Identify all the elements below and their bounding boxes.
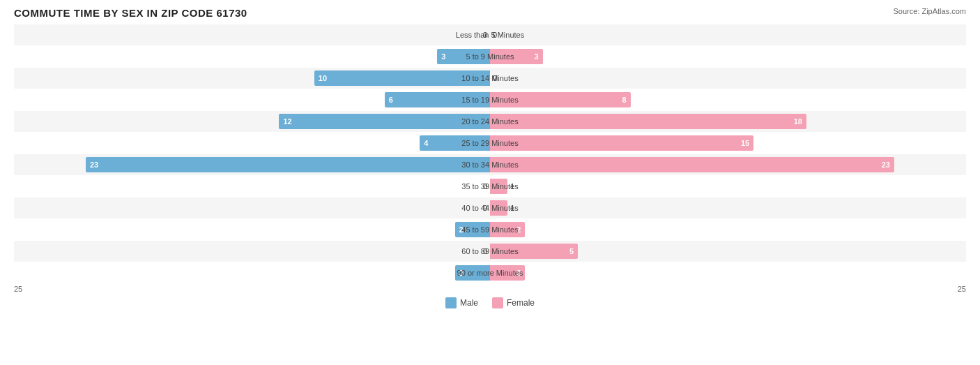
male-side: 3 (14, 46, 490, 67)
male-side: 2 (14, 262, 490, 283)
female-value-inside: 2 (516, 225, 521, 234)
female-value-inside: 15 (741, 139, 749, 147)
female-bar: 2 (490, 265, 525, 281)
male-side: 0 (14, 176, 490, 197)
male-value-inside: 10 (319, 74, 327, 82)
female-value-inside: 8 (622, 96, 627, 104)
male-bar: 23 (86, 157, 490, 172)
bar-row: 2245 to 59 Minutes (14, 219, 966, 240)
female-value-inside: 3 (535, 52, 539, 61)
male-side: 0 (14, 198, 490, 218)
male-bar: 12 (279, 114, 490, 129)
female-value-inside: 18 (794, 117, 802, 126)
female-bar: 15 (490, 135, 753, 151)
female-side: 23 (490, 154, 966, 175)
female-bar: 3 (490, 49, 543, 64)
bar-row: 0560 to 89 Minutes (14, 241, 966, 262)
male-value: 0 (472, 247, 487, 255)
chart-container: COMMUTE TIME BY SEX IN ZIP CODE 61730 So… (0, 0, 980, 365)
male-side: 4 (14, 133, 490, 154)
female-value-inside: 23 (882, 161, 890, 169)
male-value: 0 (472, 182, 487, 191)
female-side: 15 (490, 133, 966, 154)
female-bar (490, 179, 507, 194)
female-side: 2 (490, 219, 966, 240)
male-bar: 4 (420, 135, 490, 151)
male-value-inside: 4 (424, 139, 428, 147)
female-bar: 8 (490, 92, 631, 107)
female-value-inside: 5 (569, 247, 574, 255)
male-value-inside: 2 (459, 269, 464, 277)
female-side: 2 (490, 262, 966, 283)
male-value-inside: 23 (90, 161, 98, 169)
male-side: 23 (14, 154, 490, 175)
male-side: 10 (14, 68, 490, 89)
male-value: 0 (472, 204, 487, 212)
rows-wrapper: 00Less than 5 Minutes335 to 9 Minutes100… (14, 24, 966, 283)
female-value: 1 (510, 204, 526, 212)
female-value-inside: 2 (516, 269, 521, 277)
female-value: 0 (493, 74, 508, 82)
female-label: Female (507, 298, 535, 308)
male-bar: 6 (385, 92, 490, 107)
male-swatch (445, 297, 457, 308)
female-side: 1 (490, 198, 966, 218)
bar-row: 335 to 9 Minutes (14, 46, 966, 67)
axis-right: 25 (958, 285, 966, 293)
bar-row: 0140 to 44 Minutes (14, 198, 966, 218)
axis-labels: 25 25 (14, 285, 966, 293)
bar-row: 232330 to 34 Minutes (14, 154, 966, 175)
female-swatch (492, 297, 503, 308)
source-text: Source: ZipAtlas.com (893, 7, 966, 15)
title-row: COMMUTE TIME BY SEX IN ZIP CODE 61730 So… (14, 7, 966, 19)
female-side: 8 (490, 89, 966, 110)
axis-left: 25 (14, 285, 22, 293)
male-value-inside: 3 (441, 52, 445, 61)
female-value: 1 (510, 182, 526, 191)
bar-row: 41525 to 29 Minutes (14, 133, 966, 154)
bar-row: 10010 to 14 Minutes (14, 68, 966, 89)
female-side: 0 (490, 24, 966, 45)
female-bar: 18 (490, 114, 806, 129)
female-side: 0 (490, 68, 966, 89)
male-value: 0 (472, 31, 487, 39)
female-side: 1 (490, 176, 966, 197)
male-value-inside: 2 (459, 225, 464, 234)
bar-row: 0135 to 39 Minutes (14, 176, 966, 197)
male-label: Male (460, 298, 478, 308)
bar-row: 6815 to 19 Minutes (14, 89, 966, 110)
male-side: 0 (14, 24, 490, 45)
legend-male: Male (445, 297, 478, 308)
male-bar: 2 (455, 265, 490, 281)
female-side: 18 (490, 111, 966, 132)
chart-title: COMMUTE TIME BY SEX IN ZIP CODE 61730 (14, 7, 247, 19)
bar-row: 2290 or more Minutes (14, 262, 966, 283)
female-bar: 5 (490, 244, 578, 259)
male-bar: 3 (437, 49, 490, 64)
male-bar: 10 (314, 70, 490, 86)
male-value-inside: 6 (389, 96, 393, 104)
bar-row: 121820 to 24 Minutes (14, 111, 966, 132)
male-bar: 2 (455, 222, 490, 237)
male-side: 0 (14, 241, 490, 262)
female-bar: 2 (490, 222, 525, 237)
legend-female: Female (492, 297, 535, 308)
female-bar (490, 200, 507, 216)
bar-row: 00Less than 5 Minutes (14, 24, 966, 45)
female-side: 5 (490, 241, 966, 262)
male-side: 12 (14, 111, 490, 132)
male-side: 2 (14, 219, 490, 240)
male-side: 6 (14, 89, 490, 110)
male-value-inside: 12 (283, 117, 291, 126)
female-side: 3 (490, 46, 966, 67)
female-value: 0 (493, 31, 508, 39)
female-bar: 23 (490, 157, 894, 172)
legend-row: Male Female (14, 297, 966, 308)
